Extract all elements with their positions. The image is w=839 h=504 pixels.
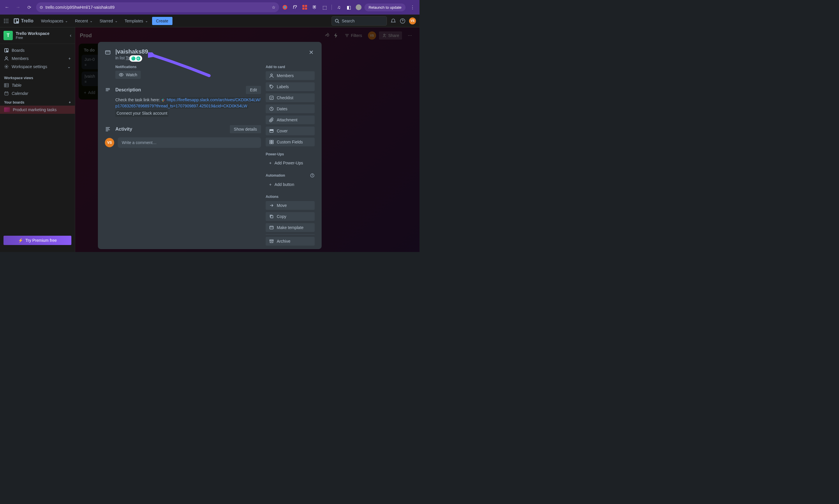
sidebar-board-product-marketing[interactable]: Product marketing tasks xyxy=(0,106,75,114)
sidepanel-icon[interactable]: ◧ xyxy=(346,4,352,10)
make-template-button[interactable]: Make template xyxy=(266,223,315,232)
starred-menu[interactable]: Starred xyxy=(97,17,121,25)
shield-icon[interactable]: ⛨ xyxy=(312,4,318,10)
card-title[interactable]: |vaishaks89 xyxy=(115,48,315,55)
forward-button[interactable]: → xyxy=(14,3,22,11)
archive-button[interactable]: Archive xyxy=(266,237,315,246)
recent-menu[interactable]: Recent xyxy=(72,17,95,25)
info-icon[interactable] xyxy=(310,173,315,178)
profile-avatar-icon[interactable] xyxy=(356,4,361,10)
svg-point-8 xyxy=(7,19,8,19)
custom-fields-button[interactable]: Custom Fields xyxy=(266,138,315,146)
tag-icon xyxy=(269,84,274,89)
sidebar-item-calendar[interactable]: Calendar xyxy=(0,89,75,97)
show-details-button[interactable]: Show details xyxy=(230,125,261,133)
svg-point-1 xyxy=(284,6,286,8)
edit-description-button[interactable]: Edit xyxy=(246,86,261,94)
attachment-button[interactable]: Attachment xyxy=(266,115,315,124)
svg-rect-59 xyxy=(272,140,273,142)
svg-rect-68 xyxy=(270,240,273,241)
card-icon xyxy=(105,50,111,55)
apps-grid-icon[interactable] xyxy=(3,18,9,23)
board-icon xyxy=(4,48,9,53)
user-avatar[interactable]: VS xyxy=(409,17,416,24)
extensions-icon[interactable]: ⬚ xyxy=(322,4,327,10)
table-icon xyxy=(4,83,9,88)
activity-icon xyxy=(105,126,111,132)
workspaces-menu[interactable]: Workspaces xyxy=(38,17,71,25)
sidebar-item-settings[interactable]: Workspace settings ⌄ xyxy=(0,62,75,71)
reload-button[interactable]: ⟳ xyxy=(25,3,33,11)
svg-rect-2 xyxy=(303,5,305,7)
grammarly-widget[interactable]: G xyxy=(129,55,142,62)
extension-icon-3[interactable] xyxy=(302,4,308,10)
add-automation-button[interactable]: +Add button xyxy=(266,180,315,189)
browser-menu-icon[interactable]: ⋮ xyxy=(408,3,416,11)
svg-rect-15 xyxy=(14,18,19,23)
close-modal-button[interactable]: ✕ xyxy=(307,48,316,57)
workspace-name: Trello Workspace xyxy=(16,31,50,36)
svg-rect-3 xyxy=(305,5,307,7)
extension-icon-2[interactable]: f? xyxy=(292,4,298,10)
svg-point-24 xyxy=(5,57,7,58)
site-info-icon[interactable]: ⊙ xyxy=(40,5,43,10)
extension-icon-1[interactable] xyxy=(282,4,288,10)
automation-heading: Automation xyxy=(266,174,285,178)
board-thumbnail-icon xyxy=(4,107,10,112)
notifications-label: Notifications xyxy=(115,65,261,69)
workspace-plan: Free xyxy=(16,36,50,40)
star-icon[interactable]: ☆ xyxy=(272,5,276,10)
clock-icon xyxy=(269,107,274,111)
labels-button[interactable]: Labels xyxy=(266,82,315,91)
description-content[interactable]: Check the task link here: https://firefl… xyxy=(105,97,261,117)
help-icon[interactable] xyxy=(400,18,406,24)
playlist-icon[interactable]: ♫ xyxy=(336,4,342,10)
copy-button[interactable]: Copy xyxy=(266,212,315,221)
svg-rect-16 xyxy=(15,19,16,23)
description-icon xyxy=(105,87,111,93)
url-bar[interactable]: ⊙ trello.com/c/p9ShwHml/17-vaishaks89 ☆ xyxy=(36,2,279,12)
comment-avatar: VS xyxy=(105,138,114,147)
create-button[interactable]: Create xyxy=(152,17,172,25)
move-button[interactable]: Move xyxy=(266,201,315,210)
search-input[interactable]: Search xyxy=(331,16,387,25)
watch-button[interactable]: Watch xyxy=(115,71,141,79)
back-button[interactable]: ← xyxy=(3,3,11,11)
dates-button[interactable]: Dates xyxy=(266,105,315,113)
members-button[interactable]: Members xyxy=(266,71,315,80)
svg-point-6 xyxy=(4,19,5,19)
svg-rect-65 xyxy=(271,216,273,218)
sidebar-item-table[interactable]: Table xyxy=(0,81,75,89)
notifications-icon[interactable] xyxy=(390,18,396,24)
eye-icon xyxy=(119,72,123,77)
add-board-icon[interactable]: + xyxy=(69,101,71,105)
user-icon xyxy=(4,56,9,61)
your-boards-title: Your boards + xyxy=(0,97,75,106)
sidebar-item-boards[interactable]: Boards xyxy=(0,46,75,54)
relaunch-button[interactable]: Relaunch to update xyxy=(364,3,406,11)
svg-point-14 xyxy=(7,22,8,23)
comment-input[interactable]: Write a comment… xyxy=(118,137,261,148)
svg-rect-47 xyxy=(162,101,164,102)
workspace-header: T Trello Workspace Free ‹ xyxy=(0,31,75,44)
connect-slack-button[interactable]: Connect your Slack account xyxy=(115,110,168,117)
svg-rect-44 xyxy=(162,100,163,101)
templates-menu[interactable]: Templates xyxy=(122,17,151,25)
cover-button[interactable]: Cover xyxy=(266,127,315,135)
cover-icon xyxy=(269,129,274,133)
grammarly-logo-icon: G xyxy=(136,56,140,60)
sidebar-item-members[interactable]: Members + xyxy=(0,54,75,62)
svg-line-19 xyxy=(338,22,339,23)
try-premium-button[interactable]: ⚡ Try Premium free xyxy=(3,236,71,245)
add-powerups-button[interactable]: +Add Power-Ups xyxy=(266,159,315,167)
search-icon xyxy=(335,19,339,23)
premium-icon: ⚡ xyxy=(18,238,23,243)
trello-logo[interactable]: Trello xyxy=(13,18,34,24)
svg-point-52 xyxy=(271,74,272,76)
powerups-heading: Power-Ups xyxy=(266,152,315,156)
collapse-sidebar-icon[interactable]: ‹ xyxy=(70,33,71,38)
svg-point-18 xyxy=(335,19,338,22)
add-member-icon[interactable]: + xyxy=(68,56,71,61)
svg-rect-66 xyxy=(270,226,273,229)
checklist-button[interactable]: Checklist xyxy=(266,93,315,102)
